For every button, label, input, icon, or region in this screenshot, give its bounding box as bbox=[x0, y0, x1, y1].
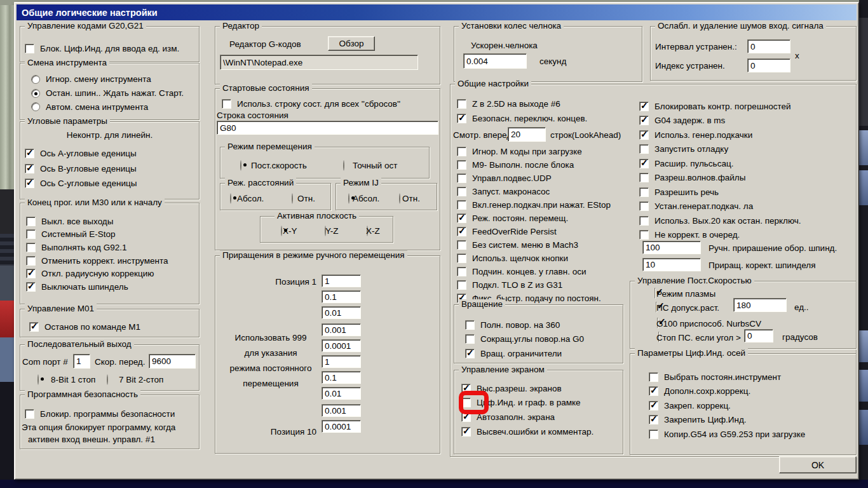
checkbox-row[interactable]: Использ. щелчок кнопки bbox=[457, 252, 611, 265]
checkbox[interactable] bbox=[457, 173, 466, 183]
com-port-input[interactable] bbox=[73, 354, 90, 369]
checkbox[interactable] bbox=[26, 269, 36, 278]
checkbox-row[interactable]: Выбрать постоян.инструмент bbox=[649, 370, 805, 384]
checkbox-plasma-mode[interactable] bbox=[654, 288, 656, 299]
radio-row[interactable]: Остан. шпин.. Ждать нажат. Старт. bbox=[31, 86, 184, 100]
checkbox-row[interactable]: Разреш.волнов.файлы bbox=[639, 171, 801, 186]
radio-button[interactable] bbox=[31, 102, 40, 111]
checkbox-row[interactable]: Закреп. коррекц. bbox=[649, 398, 805, 413]
jog-increment-input[interactable] bbox=[322, 339, 361, 352]
jog-increment-input[interactable] bbox=[322, 355, 361, 368]
checkbox[interactable] bbox=[457, 280, 466, 290]
init-string-input[interactable] bbox=[217, 121, 438, 135]
jog-increment-input[interactable] bbox=[322, 323, 361, 336]
checkbox-row[interactable]: Безопасн. переключ. концев. bbox=[457, 111, 587, 126]
checkbox[interactable] bbox=[639, 144, 649, 154]
checkbox[interactable] bbox=[26, 229, 36, 239]
checkbox[interactable] bbox=[25, 409, 34, 419]
checkbox-row[interactable]: Останов по команде M1 bbox=[29, 320, 140, 334]
checkbox-row[interactable]: Откл. радиусную коррекцию bbox=[26, 267, 168, 280]
checkbox[interactable] bbox=[25, 149, 34, 158]
checkbox[interactable] bbox=[25, 164, 34, 173]
checkbox[interactable] bbox=[639, 116, 649, 125]
jog-increment-input[interactable] bbox=[322, 306, 361, 319]
checkbox[interactable] bbox=[457, 240, 466, 250]
checkbox-row[interactable]: Игнор. M коды при загрузке bbox=[457, 145, 611, 158]
checkbox-row[interactable]: G04 задерж. в ms bbox=[639, 114, 801, 128]
checkbox[interactable] bbox=[639, 102, 649, 111]
checkbox-row[interactable]: Полн. повор. на 360 bbox=[465, 318, 584, 332]
checkbox-row[interactable]: Разрешить речь bbox=[639, 185, 801, 200]
title-bar[interactable]: Общие логические настройки bbox=[17, 4, 857, 20]
checkbox-row[interactable]: Без систем. меню в Mach3 bbox=[457, 238, 611, 252]
checkbox-row[interactable]: Вращ. ограничители bbox=[465, 346, 584, 361]
checkbox-row[interactable]: Запуст. макронасос bbox=[457, 185, 611, 198]
spindle-increment-input[interactable] bbox=[642, 241, 701, 254]
debounce-index-input[interactable] bbox=[747, 58, 790, 72]
checkbox[interactable] bbox=[457, 99, 466, 109]
checkbox-row[interactable]: Блокировать контр. погрешностей bbox=[639, 99, 801, 114]
checkbox-row[interactable]: Ось A-угловые еденицы bbox=[25, 146, 137, 161]
checkbox[interactable] bbox=[26, 256, 36, 266]
jog-increment-input[interactable] bbox=[322, 420, 361, 433]
checkbox-row[interactable]: Запустить отладку bbox=[639, 142, 801, 157]
radio-8bit-1stop[interactable] bbox=[37, 374, 39, 385]
radio-row[interactable]: Автом. смена интрумента bbox=[31, 100, 184, 114]
checkbox-row[interactable]: Высвеч.ошибки и комментар. bbox=[461, 424, 593, 439]
checkbox[interactable] bbox=[649, 415, 658, 424]
checkbox[interactable] bbox=[26, 217, 36, 226]
checkbox-row[interactable]: Подкл. TLO в Z из G31 bbox=[457, 278, 611, 292]
checkbox[interactable] bbox=[457, 187, 466, 196]
checkbox-row[interactable]: Выполнять код G92.1 bbox=[26, 241, 168, 254]
checkbox-row[interactable]: Z в 2.5D на выходе #6 bbox=[457, 97, 587, 111]
checkbox[interactable] bbox=[639, 130, 649, 140]
radio-row[interactable]: Игнор. смену инструмента bbox=[31, 72, 184, 86]
checkbox-row[interactable]: Отменить коррект. инструмента bbox=[26, 254, 168, 268]
radio-ij-absolute[interactable] bbox=[348, 193, 349, 204]
cv-stop-angle-input[interactable] bbox=[744, 329, 773, 342]
checkbox[interactable] bbox=[25, 179, 34, 188]
checkbox[interactable] bbox=[457, 214, 466, 223]
checkbox-row[interactable]: Не коррект. в очеред. bbox=[639, 228, 801, 243]
checkbox[interactable] bbox=[222, 99, 231, 109]
jog-increment-input[interactable] bbox=[322, 371, 361, 384]
checkbox[interactable] bbox=[457, 267, 466, 276]
checkbox[interactable] bbox=[25, 44, 34, 53]
debounce-interval-input[interactable] bbox=[747, 39, 790, 53]
checkbox-row[interactable]: Вкл.генер.подкач.при нажат. EStop bbox=[457, 198, 611, 212]
checkbox[interactable] bbox=[457, 147, 466, 156]
checkbox-row[interactable]: Использ. строку сост. для всех ''сбросов… bbox=[222, 97, 400, 111]
cv-distance-input[interactable] bbox=[733, 298, 787, 312]
radio-ij-inc[interactable] bbox=[399, 193, 400, 204]
ok-button[interactable]: OK bbox=[779, 456, 857, 473]
checkbox[interactable] bbox=[639, 159, 649, 168]
lookahead-input[interactable] bbox=[508, 127, 546, 142]
checkbox[interactable] bbox=[639, 216, 649, 226]
checkbox-row[interactable]: FeedOverRide Persist bbox=[457, 225, 611, 238]
checkbox[interactable] bbox=[457, 254, 466, 263]
spindle-override-input[interactable] bbox=[642, 258, 701, 271]
editor-path-input[interactable] bbox=[220, 55, 418, 70]
checkbox[interactable] bbox=[649, 430, 658, 439]
radio-distance-inc[interactable] bbox=[292, 193, 293, 204]
checkbox[interactable] bbox=[457, 160, 466, 170]
checkbox[interactable] bbox=[465, 349, 475, 358]
checkbox[interactable] bbox=[639, 230, 649, 240]
checkbox-row[interactable]: Реж. постоян. перемещ. bbox=[457, 212, 611, 225]
checkbox-row[interactable]: Копир.G54 из G59.253 при загрузке bbox=[649, 427, 805, 442]
checkbox-row[interactable]: Блок. Циф.Инд. для ввода ед. изм. bbox=[25, 41, 179, 55]
checkbox[interactable] bbox=[465, 334, 475, 344]
checkbox[interactable] bbox=[649, 372, 658, 382]
checkbox-row[interactable]: Использ. Вых.20 как остан. перключ. bbox=[639, 214, 801, 228]
checkbox[interactable] bbox=[649, 401, 658, 410]
checkbox-row[interactable]: Системный E-Stop bbox=[26, 228, 168, 241]
checkbox-row[interactable]: Выключать шпиндель bbox=[26, 280, 168, 294]
checkbox-row[interactable]: Использ. генер.подкачки bbox=[639, 128, 801, 142]
jog-increment-input[interactable] bbox=[322, 274, 361, 287]
radio-7bit-2stop[interactable] bbox=[107, 374, 108, 385]
checkbox-row[interactable]: Подчин. концев. у главн. оси bbox=[457, 265, 611, 278]
checkbox-row[interactable]: Закрепить Циф.Инд. bbox=[649, 413, 805, 428]
checkbox[interactable] bbox=[457, 200, 466, 210]
checkbox[interactable] bbox=[639, 173, 649, 182]
jog-increment-input[interactable] bbox=[322, 387, 361, 400]
